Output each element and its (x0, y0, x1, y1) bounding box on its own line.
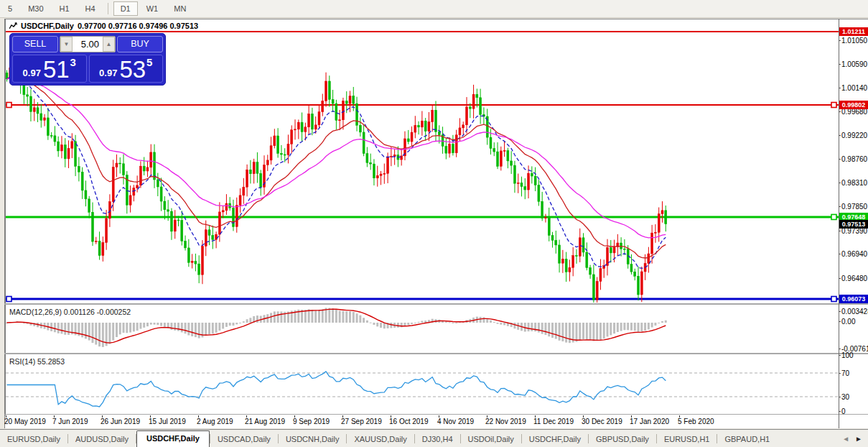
buy-price-pips: 53 (119, 60, 146, 80)
chart-symbol-icon (9, 22, 17, 29)
rsi-axis-tick (839, 355, 841, 356)
level-line-handle[interactable] (831, 103, 836, 108)
date-label: 16 Oct 2019 (389, 418, 428, 425)
rsi-axis-tick (839, 373, 841, 374)
price-axis-tick (839, 40, 841, 41)
buy-button[interactable]: BUY (117, 36, 163, 52)
one-click-trading-panel: SELL ▼ ▲ BUY 0.97 51 3 0.97 53 5 (9, 33, 166, 86)
volume-stepper: ▼ ▲ (60, 36, 116, 52)
macd-axis-tick (839, 321, 841, 322)
level-line-handle[interactable] (831, 214, 836, 219)
price-axis-tick (839, 135, 841, 136)
date-label: 26 Jun 2019 (101, 418, 140, 425)
volume-increase-button[interactable]: ▲ (103, 37, 115, 52)
sell-button[interactable]: SELL (12, 36, 58, 52)
price-axis-label: 1.01050 (841, 37, 867, 45)
level-line-handle[interactable] (6, 103, 11, 108)
rsi-axis-label: 0 (841, 407, 846, 415)
rsi-axis-tick (839, 397, 841, 397)
chart-title: USDCHF,Daily 0.97700 0.97716 0.97496 0.9… (9, 22, 198, 30)
pane-separator-macd[interactable] (4, 303, 868, 305)
price-axis-label: 1.00140 (841, 84, 867, 92)
price-axis-tick (839, 88, 841, 88)
buy-price-tile[interactable]: 0.97 53 5 (89, 55, 164, 83)
price-axis-label: 1.00590 (841, 60, 867, 68)
macd-axis-label: 0.003428 (841, 308, 868, 315)
macd-axis-tick (839, 311, 841, 312)
rsi-line (7, 372, 666, 407)
date-label: 20 May 2019 (4, 418, 46, 425)
rsi-label: RSI(14) 55.2853 (9, 357, 65, 366)
rsi-axis-label: 30 (841, 393, 849, 401)
price-axis-label: 0.98310 (841, 179, 867, 187)
pane-separator-dates (4, 414, 868, 415)
price-level-label: 1.01211 (839, 27, 868, 36)
price-axis-tick (839, 111, 841, 112)
price-level-label: 0.97513 (839, 220, 868, 229)
date-label: 5 Feb 2020 (678, 418, 714, 425)
level-line-handle[interactable] (831, 297, 836, 302)
rsi-axis-label: 100 (841, 351, 854, 359)
pane-separator-rsi[interactable] (4, 353, 868, 354)
price-axis-tick (839, 159, 841, 160)
price-level-label: 0.96073 (839, 295, 868, 303)
rsi-axis-tick (839, 411, 841, 412)
sell-price-pips: 51 (43, 60, 70, 80)
date-label: 21 Aug 2019 (245, 418, 285, 425)
date-label: 27 Sep 2019 (341, 418, 382, 425)
price-axis-label: 0.98760 (841, 155, 867, 163)
date-axis: 20 May 20197 Jun 201926 Jun 201915 Jul 2… (5, 415, 839, 428)
price-axis-tick (839, 64, 841, 65)
sell-price-figure: 0.97 (23, 68, 41, 78)
date-label: 2 Aug 2019 (197, 418, 233, 425)
price-axis-label: 0.96940 (841, 250, 867, 258)
date-label: 7 Jun 2019 (52, 418, 88, 425)
price-axis-tick (839, 231, 841, 231)
date-label: 15 Jul 2019 (149, 418, 186, 425)
price-level-label: 0.99802 (839, 101, 868, 109)
buy-price-figure: 0.97 (99, 68, 117, 78)
macd-axis-tick (839, 349, 841, 349)
price-axis-label: 0.96480 (841, 275, 867, 282)
price-axis-tick (839, 183, 841, 183)
date-label: 30 Dec 2019 (582, 418, 622, 425)
sell-price-point: 3 (70, 57, 76, 68)
sell-price-tile[interactable]: 0.97 51 3 (12, 55, 87, 83)
macd-axis-label: 0.00 (841, 318, 855, 326)
buy-price-point: 5 (146, 57, 152, 68)
macd-label: MACD(12,26,9) 0.001126 -0.000252 (9, 308, 131, 316)
price-axis-label: 0.99220 (841, 132, 867, 139)
price-axis-tick (839, 278, 841, 279)
date-label: 11 Dec 2019 (533, 418, 574, 425)
volume-input[interactable] (73, 37, 103, 52)
price-axis-tick (839, 254, 841, 254)
date-label: 22 Nov 2019 (485, 418, 526, 425)
volume-decrease-button[interactable]: ▼ (60, 37, 73, 52)
price-axis-tick (839, 206, 841, 207)
date-label: 17 Jan 2020 (630, 418, 669, 425)
chart-title-quote: 0.97700 0.97716 0.97496 0.97513 (78, 22, 198, 30)
candles-layer (6, 57, 667, 307)
rsi-axis-label: 70 (841, 369, 849, 377)
date-label: 4 Nov 2019 (437, 418, 474, 425)
price-axis-label: 0.97850 (841, 203, 867, 211)
date-label: 9 Sep 2019 (293, 418, 330, 425)
level-line-handle[interactable] (6, 297, 11, 302)
chart-title-symbol: USDCHF,Daily (21, 22, 74, 30)
